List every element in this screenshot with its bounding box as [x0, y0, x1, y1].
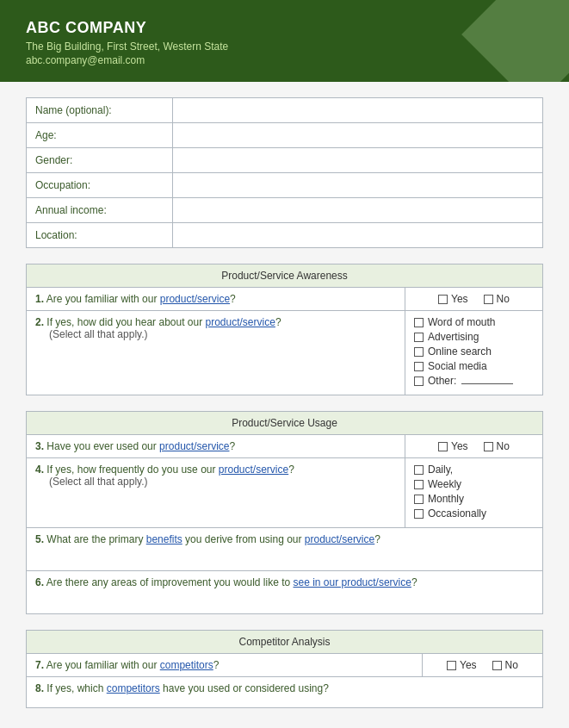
personal-label: Age: [27, 123, 173, 148]
section3-q7-text: 7. Are you familiar with our competitors… [27, 654, 423, 677]
section2-q4-text: 4. If yes, how frequently do you use our… [27, 458, 405, 528]
q1-no-checkbox[interactable] [484, 295, 493, 304]
section3-title: Competitor Analysis [27, 631, 543, 654]
option-weekly: Weekly [414, 478, 534, 490]
q3-yes[interactable]: Yes [438, 440, 468, 452]
personal-value[interactable] [173, 173, 543, 198]
q2-wom-checkbox[interactable] [414, 318, 424, 327]
section1-q2-row: 2. If yes, how did you hear about our pr… [27, 311, 543, 395]
section3-q8-text: 8. If yes, which competitors have you us… [27, 677, 543, 708]
q4-weekly-checkbox[interactable] [414, 480, 424, 489]
section1-q2-options: Word of mouth Advertising Online search … [405, 311, 543, 395]
q3-no[interactable]: No [484, 440, 510, 452]
section1-table: Product/Service Awareness 1. Are you fam… [26, 264, 543, 395]
q3-no-checkbox[interactable] [484, 442, 493, 451]
q1-yes-checkbox[interactable] [438, 295, 448, 304]
q7-yes[interactable]: Yes [447, 659, 477, 671]
section1-title: Product/Service Awareness [27, 264, 543, 288]
section3-header-row: Competitor Analysis [27, 631, 543, 654]
q2-adv-checkbox[interactable] [414, 333, 424, 342]
section2-table: Product/Service Usage 3. Have you ever u… [26, 411, 543, 614]
personal-label: Gender: [27, 148, 173, 173]
section2-q4-options: Daily, Weekly Monthly Occasionally [405, 458, 543, 528]
section2-q6-row: 6. Are there any areas of improvement yo… [27, 571, 543, 614]
personal-label: Location: [27, 223, 173, 248]
personal-label: Name (optional): [27, 98, 173, 123]
q4-occasionally-checkbox[interactable] [414, 509, 424, 519]
company-email: abc.company@email.com [26, 54, 543, 66]
option-advertising: Advertising [414, 331, 534, 343]
personal-value[interactable] [173, 123, 543, 148]
section2-q6-text: 6. Are there any areas of improvement yo… [27, 571, 543, 614]
q7-yes-checkbox[interactable] [447, 661, 456, 670]
section3-q8-row: 8. If yes, which competitors have you us… [27, 677, 543, 708]
personal-info-table: Name (optional): Age: Gender: Occupation… [26, 97, 543, 248]
option-word-of-mouth: Word of mouth [414, 316, 534, 328]
personal-info-row: Name (optional): [27, 98, 543, 123]
q1-yes[interactable]: Yes [438, 293, 468, 305]
personal-label: Occupation: [27, 173, 173, 198]
section2-q3-text: 3. Have you ever used our product/servic… [27, 435, 405, 458]
option-online-search: Online search [414, 345, 534, 358]
personal-info-row: Annual income: [27, 198, 543, 223]
section2-q3-row: 3. Have you ever used our product/servic… [27, 435, 543, 458]
section2-title: Product/Service Usage [27, 412, 543, 435]
section2-q5-text: 5. What are the primary benefits you der… [27, 528, 543, 571]
personal-info-row: Age: [27, 123, 543, 148]
option-social-media: Social media [414, 360, 534, 372]
personal-value[interactable] [173, 198, 543, 223]
personal-info-row: Occupation: [27, 173, 543, 198]
q4-monthly-checkbox[interactable] [414, 495, 424, 504]
section3-table: Competitor Analysis 7. Are you familiar … [26, 630, 543, 708]
personal-value[interactable] [173, 98, 543, 123]
option-monthly: Monthly [414, 493, 534, 505]
company-address: The Big Building, First Street, Western … [26, 40, 543, 53]
section3-q7-row: 7. Are you familiar with our competitors… [27, 654, 543, 677]
q4-daily-checkbox[interactable] [414, 465, 424, 475]
personal-info-row: Gender: [27, 148, 543, 173]
q2-other-checkbox[interactable] [414, 376, 424, 386]
page-header: ABC COMPANY The Big Building, First Stre… [0, 0, 569, 82]
personal-info-row: Location: [27, 223, 543, 248]
section2-header-row: Product/Service Usage [27, 412, 543, 435]
personal-value[interactable] [173, 148, 543, 173]
q7-no-checkbox[interactable] [492, 661, 502, 670]
section1-q2-text: 2. If yes, how did you hear about our pr… [27, 311, 405, 395]
option-daily: Daily, [414, 464, 534, 476]
company-name: ABC COMPANY [26, 19, 543, 37]
q3-yes-checkbox[interactable] [438, 442, 448, 451]
section1-header-row: Product/Service Awareness [27, 264, 543, 288]
q2-online-checkbox[interactable] [414, 347, 424, 357]
section2-q5-row: 5. What are the primary benefits you der… [27, 528, 543, 571]
section2-q4-row: 4. If yes, how frequently do you use our… [27, 458, 543, 528]
option-occasionally: Occasionally [414, 507, 534, 520]
personal-label: Annual income: [27, 198, 173, 223]
q1-no[interactable]: No [484, 293, 510, 305]
q2-social-checkbox[interactable] [414, 362, 424, 371]
q7-no[interactable]: No [492, 659, 518, 671]
section1-q1-row: 1. Are you familiar with our product/ser… [27, 288, 543, 311]
form-content: Name (optional): Age: Gender: Occupation… [0, 82, 569, 728]
option-other: Other: [414, 375, 534, 387]
personal-value[interactable] [173, 223, 543, 248]
section1-q1-text: 1. Are you familiar with our product/ser… [27, 288, 405, 311]
